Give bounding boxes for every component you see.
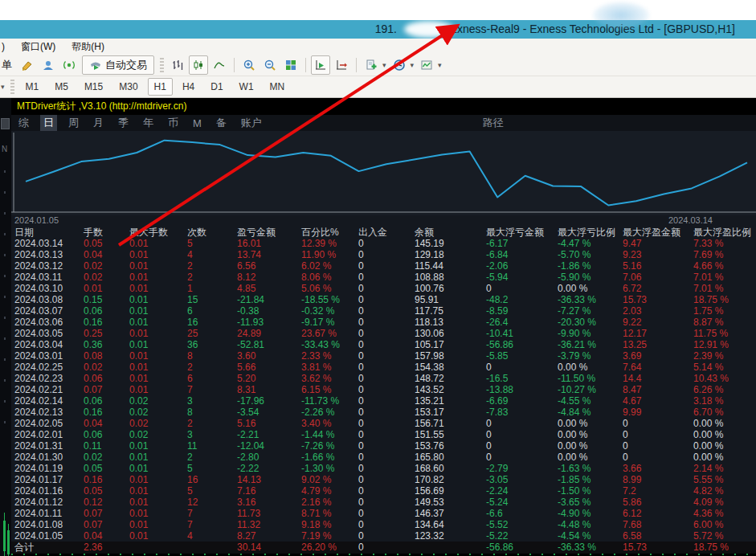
timeframe-m15[interactable]: M15 bbox=[78, 78, 109, 96]
table-row[interactable]: 2024.03.100.010.0114.855.06 %0100.7600.0… bbox=[11, 283, 756, 294]
tab-path[interactable]: 路径 bbox=[480, 115, 507, 131]
toolbar-grip bbox=[160, 58, 164, 72]
table-row[interactable]: 2024.01.160.050.0157.164.79 %0156.69-2.2… bbox=[11, 485, 756, 497]
table-row[interactable]: 2024.03.050.250.012524.8923.67 %0130.06-… bbox=[11, 328, 756, 339]
menu-item-W[interactable]: 窗口(W) bbox=[13, 41, 63, 52]
chart-shift-icon bbox=[335, 59, 348, 72]
table-row[interactable]: 2024.03.070.060.016-0.38-0.32 %0117.75-8… bbox=[11, 305, 756, 317]
value-cell: 0 bbox=[355, 283, 411, 294]
table-row[interactable]: 2024.01.170.160.011614.139.02 %0170.82-3… bbox=[11, 474, 756, 485]
value-cell: 0.00 % bbox=[554, 418, 619, 429]
table-row[interactable]: 2024.01.300.020.012-2.80-1.66 %0165.8000… bbox=[11, 452, 756, 463]
value-cell: -4.47 % bbox=[554, 238, 619, 249]
table-total-row[interactable]: 合计2.3630.1426.20 %0-56.86-36.33 %15.7318… bbox=[11, 542, 756, 554]
value-cell: 4.85 bbox=[234, 283, 298, 294]
value-cell: 0.06 bbox=[80, 429, 126, 440]
timeframe-m30[interactable]: M30 bbox=[112, 78, 144, 96]
auto-scroll-button[interactable] bbox=[311, 55, 330, 75]
table-row[interactable]: 2024.03.040.360.0136-52.81-33.43 %0105.1… bbox=[11, 339, 756, 350]
partial-menu-item[interactable]: ) bbox=[0, 41, 13, 52]
table-row[interactable]: 2024.03.010.080.0183.602.33 %0157.98-5.8… bbox=[11, 350, 756, 362]
value-cell: 7 bbox=[184, 508, 234, 519]
value-cell: -2.21 bbox=[234, 429, 298, 440]
date-cell: 2024.01.12 bbox=[11, 497, 80, 508]
timeframe-m5[interactable]: M5 bbox=[48, 78, 75, 96]
table-row[interactable]: 2024.02.140.060.023-17.96-11.73 %0135.21… bbox=[11, 395, 756, 407]
value-cell: 0.15 bbox=[80, 294, 126, 305]
value-cell: 11.90 % bbox=[298, 249, 355, 260]
bar-chart-button[interactable] bbox=[168, 55, 187, 75]
autotrade-button[interactable]: 自动交易 bbox=[82, 55, 154, 75]
community-icon bbox=[42, 59, 55, 72]
date-cell: 2024.01.19 bbox=[11, 463, 80, 474]
new-order-button-partial[interactable]: 单 bbox=[0, 58, 17, 72]
tab-季[interactable]: 季 bbox=[115, 115, 132, 131]
table-row[interactable]: 2024.03.110.020.0128.128.06 %0108.88-5.9… bbox=[11, 272, 756, 283]
new-template-button[interactable] bbox=[362, 55, 381, 75]
zoom-out-button[interactable] bbox=[260, 55, 280, 75]
crayon-button[interactable] bbox=[18, 55, 37, 75]
table-row[interactable]: 2024.02.010.060.023-2.21-1.44 %0151.5500… bbox=[11, 429, 756, 440]
table-row[interactable]: 2024.03.080.150.0115-21.84-18.55 %095.91… bbox=[11, 294, 756, 305]
tab-月[interactable]: 月 bbox=[90, 115, 107, 131]
toolbar-separator bbox=[356, 58, 357, 72]
tab-备[interactable]: 备 bbox=[213, 115, 230, 131]
equity-chart[interactable] bbox=[11, 131, 756, 215]
timeframe-h1[interactable]: H1 bbox=[148, 78, 173, 96]
value-cell: 6.56 bbox=[234, 260, 298, 272]
value-cell: 3.66 bbox=[619, 463, 690, 474]
table-row[interactable]: 2024.01.110.070.01711.738.71 %0146.37-6.… bbox=[11, 508, 756, 519]
tab-M[interactable]: M bbox=[190, 117, 205, 130]
value-cell: 0.01 bbox=[126, 283, 184, 294]
table-row[interactable]: 2024.01.120.120.01123.162.16 %0149.53-5.… bbox=[11, 497, 756, 508]
value-cell: 0.05 bbox=[80, 238, 126, 249]
value-cell: -2.79 bbox=[483, 463, 554, 474]
table-row[interactable]: 2024.02.230.060.0165.203.62 %0148.72-16.… bbox=[11, 373, 756, 384]
table-row[interactable]: 2024.03.130.040.01413.7411.90 %0129.18-6… bbox=[11, 249, 756, 260]
dropdown-caret-icon[interactable]: ▾ bbox=[438, 61, 442, 69]
table-row[interactable]: 2024.01.310.110.0111-12.04-7.26 %0153.76… bbox=[11, 440, 756, 452]
value-cell: 0.01 bbox=[126, 260, 184, 272]
tab-年[interactable]: 年 bbox=[140, 115, 157, 131]
timeframe-mn[interactable]: MN bbox=[264, 78, 292, 96]
indicators-button[interactable] bbox=[417, 55, 436, 75]
tile-windows-button[interactable] bbox=[281, 55, 300, 75]
table-row[interactable]: 2024.02.250.020.0125.663.81 %0154.3800.0… bbox=[11, 362, 756, 373]
value-cell: 14.13 bbox=[234, 474, 298, 485]
dropdown-caret-icon[interactable]: ▾ bbox=[411, 61, 415, 69]
table-row[interactable]: 2024.02.050.040.0225.163.40 %0156.7100.0… bbox=[11, 418, 756, 429]
timeframe-h4[interactable]: H4 bbox=[176, 78, 201, 96]
value-cell: 0 bbox=[355, 497, 411, 508]
table-row[interactable]: 2024.03.140.050.01516.0112.39 %0145.19-6… bbox=[11, 238, 756, 249]
dropdown-caret-icon[interactable]: ▾ bbox=[382, 61, 386, 69]
menu-item-H[interactable]: 帮助(H) bbox=[63, 41, 112, 52]
table-row[interactable]: 2024.03.060.160.0116-11.93-9.17 %0118.13… bbox=[11, 317, 756, 328]
table-row[interactable]: 2024.03.120.020.0126.566.02 %0115.44-2.0… bbox=[11, 260, 756, 272]
timeframe-w1[interactable]: W1 bbox=[233, 78, 260, 96]
tab-周[interactable]: 周 bbox=[65, 115, 82, 131]
tab-账户[interactable]: 账户 bbox=[238, 115, 265, 131]
toolbar-overflow-caret[interactable]: ▾ bbox=[1, 83, 5, 91]
zoom-in-icon bbox=[243, 59, 255, 72]
tab-币[interactable]: 币 bbox=[165, 115, 182, 131]
period-button[interactable] bbox=[390, 55, 409, 75]
tab-综[interactable]: 综 bbox=[15, 115, 32, 131]
line-chart-button[interactable] bbox=[210, 55, 229, 75]
value-cell: 0.01 bbox=[126, 362, 184, 373]
value-cell: -0.32 % bbox=[298, 305, 355, 317]
tab-日[interactable]: 日 bbox=[40, 115, 57, 131]
zoom-in-button[interactable] bbox=[239, 55, 259, 75]
community-button[interactable] bbox=[39, 55, 58, 75]
table-row[interactable]: 2024.01.080.070.01711.329.18 %0134.64-5.… bbox=[11, 519, 756, 530]
value-cell: 0.02 bbox=[80, 362, 126, 373]
chart-shift-button[interactable] bbox=[332, 55, 351, 75]
candlestick-button[interactable] bbox=[189, 55, 208, 75]
timeframe-m1[interactable]: M1 bbox=[19, 78, 46, 96]
table-row[interactable]: 2024.01.190.050.015-2.22-1.30 %0168.60-2… bbox=[11, 463, 756, 474]
table-row[interactable]: 2024.01.050.040.0148.277.19 %0123.32-5.2… bbox=[11, 530, 756, 542]
table-row[interactable]: 2024.02.130.160.028-3.54-2.26 %0153.17-7… bbox=[11, 407, 756, 418]
timeframe-d1[interactable]: D1 bbox=[204, 78, 229, 96]
table-row[interactable]: 2024.02.210.070.0178.316.15 %0143.52-13.… bbox=[11, 384, 756, 395]
value-cell: 153.17 bbox=[411, 407, 483, 418]
signal-button[interactable] bbox=[59, 55, 79, 75]
